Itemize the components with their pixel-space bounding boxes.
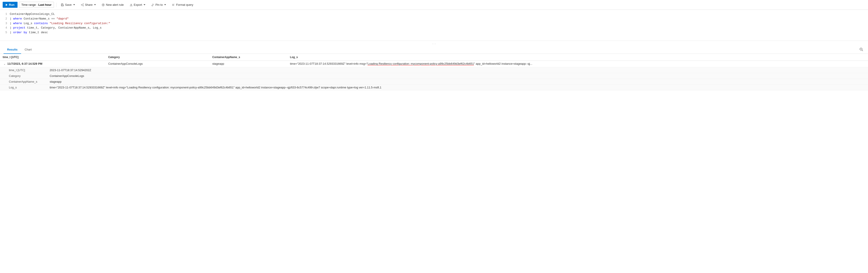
svg-point-3 [83,5,84,6]
row-app-cell: stageapp [210,61,287,67]
results-tabs: Results Chart [0,46,868,54]
export-chevron-icon [144,4,145,5]
run-label: Run [9,3,14,6]
format-query-button[interactable]: Format query [169,2,195,7]
query-editor[interactable]: 1 ContainerAppConsoleLogs_CL 2 | where C… [0,10,868,41]
export-button[interactable]: Export [127,2,148,7]
table-row-detail-log: Log_s time="2023-11-07T18:37:14.52933316… [0,84,868,91]
results-container: time_t [UTC] Category ContainerAppName_s… [0,54,868,91]
pin-icon [151,3,154,6]
pin-chevron-icon [164,4,166,5]
row-log-suffix: " app_id=helloworld2 instance=stageapp--… [474,62,532,65]
svg-line-6 [82,5,83,5]
expand-row-button[interactable]: ⌄ [3,62,6,66]
row-log-cell: time="2023-11-07T18:37:14.5293331669Z" l… [287,61,868,67]
detail-label-appname: ContainerAppName_s [9,80,49,83]
editor-line-2: 2 | where ContainerName_s == "daprd" [4,16,864,21]
save-label: Save [65,3,72,6]
detail-label-category: Category [9,74,49,77]
time-range-label: Time range : [21,3,37,6]
format-query-label: Format query [176,3,193,6]
search-icon [860,48,863,51]
save-icon [61,3,64,6]
svg-point-2 [83,4,84,4]
svg-rect-0 [62,4,63,4]
pin-to-label: Pin to [155,3,163,6]
format-query-icon [172,3,175,6]
new-alert-label: New alert rule [106,3,124,6]
new-alert-icon [102,3,105,6]
detail-label-log: Log_s [9,86,49,89]
time-range-value: Last hour [38,3,52,6]
table-row-detail-appname: ContainerAppName_s stageapp [0,79,868,84]
toolbar: Run Time range : Last hour Save Sh [0,0,868,10]
col-header-time: time_t [UTC] [0,54,106,61]
results-search-button[interactable] [858,46,864,53]
detail-value-log: time="2023-11-07T18:37:14.5293331669Z" l… [50,86,381,89]
table-header-row: time_t [UTC] Category ContainerAppName_s… [0,54,868,61]
col-header-app: ContainerAppName_s [210,54,287,61]
svg-line-5 [82,4,83,5]
row-category-cell: ContainerAppConsoleLogs [106,61,210,67]
svg-line-14 [862,50,863,51]
pin-to-button[interactable]: Pin to [149,2,168,7]
run-button[interactable]: Run [3,2,18,8]
editor-line-3: 3 | where Log_s contains "Loading Resili… [4,21,864,26]
row-time-value: 11/7/2023, 6:37:14.529 PM [7,62,42,65]
table-row-detail-time: time_t [UTC] 2023-11-07T18:37:14.5294202… [0,67,868,73]
table-row: ⌄ 11/7/2023, 6:37:14.529 PM ContainerApp… [0,61,868,67]
share-button[interactable]: Share [79,2,98,7]
editor-ellipsis: . . . [0,41,868,46]
col-header-log: Log_s [287,54,868,61]
svg-point-4 [81,4,82,5]
detail-value-category: ContainerAppConsoleLogs [50,74,84,77]
editor-line-5: 5 | order by time_t desc [4,30,864,35]
export-icon [130,3,133,6]
share-chevron-icon [94,4,96,5]
share-icon [81,3,84,6]
time-range-button[interactable]: Time range : Last hour [19,2,54,8]
detail-label-time: time_t [UTC] [9,68,49,72]
table-row-detail-category: Category ContainerAppConsoleLogs [0,73,868,79]
share-label: Share [85,3,93,6]
new-alert-button[interactable]: New alert rule [99,2,126,7]
svg-rect-1 [61,5,63,6]
play-icon [6,4,7,6]
editor-line-1: 1 ContainerAppConsoleLogs_CL [4,12,864,16]
svg-point-13 [860,48,862,50]
row-time-cell: ⌄ 11/7/2023, 6:37:14.529 PM [0,61,106,67]
row-log-highlight: Loading Resiliency configuration: mycomp… [368,62,474,65]
detail-value-appname: stageapp [50,80,62,83]
results-table: time_t [UTC] Category ContainerAppName_s… [0,54,868,91]
row-category-value: ContainerAppConsoleLogs [108,62,143,65]
row-log-prefix: time="2023-11-07T18:37:14.5293331669Z" l… [290,62,368,65]
export-label: Export [134,3,142,6]
col-header-category: Category [106,54,210,61]
row-app-value: stageapp [212,62,224,65]
detail-value-time: 2023-11-07T18:37:14.5294202Z [50,68,91,72]
tab-chart[interactable]: Chart [21,46,35,54]
tab-results[interactable]: Results [4,46,21,54]
save-chevron-icon [73,4,75,5]
editor-line-4: 4 | project time_t, Category, ContainerA… [4,26,864,30]
save-button[interactable]: Save [59,2,77,7]
